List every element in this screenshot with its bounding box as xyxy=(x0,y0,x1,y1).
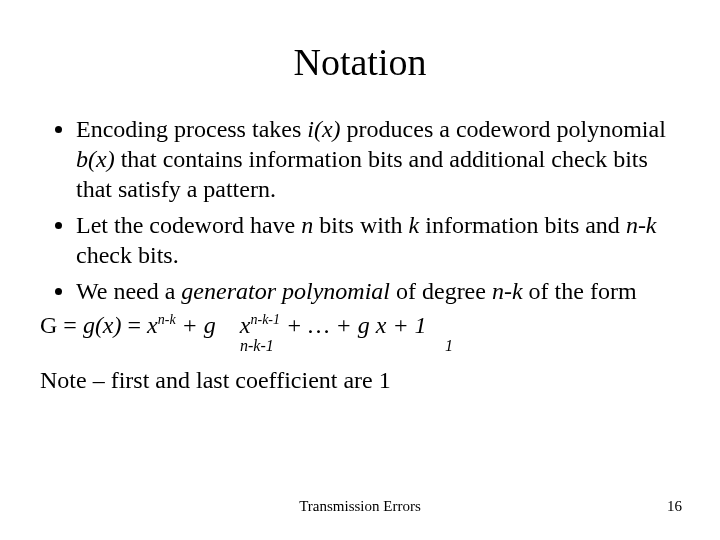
eq-gx: g(x) xyxy=(83,312,122,338)
note-text: Note – first and last coefficient are 1 xyxy=(40,367,680,394)
eq-lhs: G = xyxy=(40,312,83,338)
bullet-list: Encoding process takes i(x) produces a c… xyxy=(40,114,680,306)
bullet-text: We need a generator polynomial of degree… xyxy=(76,278,637,304)
generator-equation: G = g(x) = xn-k + g xn-k-1 + … + g x + 1 xyxy=(40,312,680,339)
slide: Notation Encoding process takes i(x) pro… xyxy=(0,0,720,540)
bullet-item: Let the codeword have n bits with k info… xyxy=(76,210,680,270)
eq-sub1: n-k-1 xyxy=(240,337,274,355)
bullet-item: We need a generator polynomial of degree… xyxy=(76,276,680,306)
page-number: 16 xyxy=(667,498,682,515)
footer-center-text: Transmission Errors xyxy=(0,498,720,515)
eq-x1: x xyxy=(147,312,158,338)
eq-exp2: n-k-1 xyxy=(250,312,280,327)
eq-x3: x + 1 xyxy=(376,312,427,338)
eq-plus1: + g xyxy=(176,312,216,338)
bullet-text: Let the codeword have n bits with k info… xyxy=(76,212,657,268)
slide-title: Notation xyxy=(40,40,680,84)
eq-gap1 xyxy=(216,312,240,338)
slide-footer: Transmission Errors 16 xyxy=(0,498,720,518)
eq-eq: = xyxy=(122,312,148,338)
eq-exp1: n-k xyxy=(158,312,176,327)
bullet-text: Encoding process takes i(x) produces a c… xyxy=(76,116,666,202)
eq-x2: x xyxy=(240,312,251,338)
eq-sub2: 1 xyxy=(445,337,453,355)
equation-subscripts: n-k-1 1 xyxy=(40,339,680,361)
bullet-item: Encoding process takes i(x) produces a c… xyxy=(76,114,680,204)
eq-plus2: + … + g xyxy=(280,312,376,338)
